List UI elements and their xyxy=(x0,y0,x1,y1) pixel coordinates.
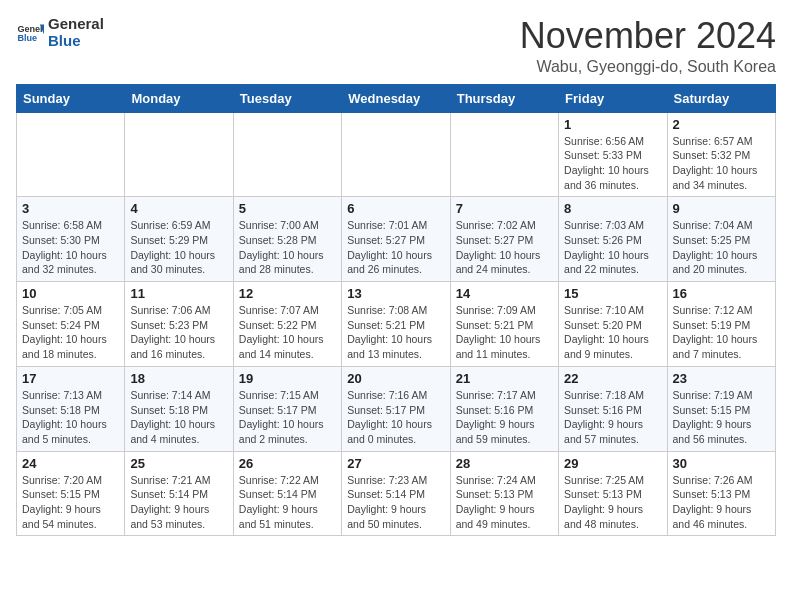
day-info: Sunrise: 6:58 AMSunset: 5:30 PMDaylight:… xyxy=(22,218,119,277)
calendar-cell-w1d5: 8Sunrise: 7:03 AMSunset: 5:26 PMDaylight… xyxy=(559,197,667,282)
calendar-week-0: 1Sunrise: 6:56 AMSunset: 5:33 PMDaylight… xyxy=(17,112,776,197)
calendar-cell-w4d4: 28Sunrise: 7:24 AMSunset: 5:13 PMDayligh… xyxy=(450,451,558,536)
day-number: 28 xyxy=(456,456,553,471)
day-number: 1 xyxy=(564,117,661,132)
day-number: 2 xyxy=(673,117,770,132)
calendar-cell-w4d0: 24Sunrise: 7:20 AMSunset: 5:15 PMDayligh… xyxy=(17,451,125,536)
day-info: Sunrise: 7:12 AMSunset: 5:19 PMDaylight:… xyxy=(673,303,770,362)
logo-blue: Blue xyxy=(48,33,104,50)
day-number: 30 xyxy=(673,456,770,471)
day-info: Sunrise: 7:15 AMSunset: 5:17 PMDaylight:… xyxy=(239,388,336,447)
header-saturday: Saturday xyxy=(667,84,775,112)
calendar-week-3: 17Sunrise: 7:13 AMSunset: 5:18 PMDayligh… xyxy=(17,366,776,451)
day-info: Sunrise: 7:18 AMSunset: 5:16 PMDaylight:… xyxy=(564,388,661,447)
calendar-cell-w1d4: 7Sunrise: 7:02 AMSunset: 5:27 PMDaylight… xyxy=(450,197,558,282)
header-sunday: Sunday xyxy=(17,84,125,112)
day-number: 24 xyxy=(22,456,119,471)
day-number: 17 xyxy=(22,371,119,386)
day-info: Sunrise: 7:05 AMSunset: 5:24 PMDaylight:… xyxy=(22,303,119,362)
day-number: 13 xyxy=(347,286,444,301)
day-info: Sunrise: 6:59 AMSunset: 5:29 PMDaylight:… xyxy=(130,218,227,277)
calendar-header-row: SundayMondayTuesdayWednesdayThursdayFrid… xyxy=(17,84,776,112)
logo: General Blue General Blue xyxy=(16,16,104,49)
day-number: 21 xyxy=(456,371,553,386)
day-number: 7 xyxy=(456,201,553,216)
calendar-cell-w3d5: 22Sunrise: 7:18 AMSunset: 5:16 PMDayligh… xyxy=(559,366,667,451)
day-info: Sunrise: 7:06 AMSunset: 5:23 PMDaylight:… xyxy=(130,303,227,362)
day-info: Sunrise: 7:20 AMSunset: 5:15 PMDaylight:… xyxy=(22,473,119,532)
day-info: Sunrise: 7:10 AMSunset: 5:20 PMDaylight:… xyxy=(564,303,661,362)
day-info: Sunrise: 7:01 AMSunset: 5:27 PMDaylight:… xyxy=(347,218,444,277)
day-number: 22 xyxy=(564,371,661,386)
day-info: Sunrise: 7:14 AMSunset: 5:18 PMDaylight:… xyxy=(130,388,227,447)
calendar-cell-w2d6: 16Sunrise: 7:12 AMSunset: 5:19 PMDayligh… xyxy=(667,282,775,367)
calendar-cell-w1d1: 4Sunrise: 6:59 AMSunset: 5:29 PMDaylight… xyxy=(125,197,233,282)
day-info: Sunrise: 7:21 AMSunset: 5:14 PMDaylight:… xyxy=(130,473,227,532)
day-number: 23 xyxy=(673,371,770,386)
day-info: Sunrise: 7:03 AMSunset: 5:26 PMDaylight:… xyxy=(564,218,661,277)
calendar-cell-w1d2: 5Sunrise: 7:00 AMSunset: 5:28 PMDaylight… xyxy=(233,197,341,282)
day-info: Sunrise: 7:16 AMSunset: 5:17 PMDaylight:… xyxy=(347,388,444,447)
day-number: 15 xyxy=(564,286,661,301)
day-number: 29 xyxy=(564,456,661,471)
day-number: 6 xyxy=(347,201,444,216)
location-subtitle: Wabu, Gyeonggi-do, South Korea xyxy=(520,58,776,76)
calendar-cell-w1d3: 6Sunrise: 7:01 AMSunset: 5:27 PMDaylight… xyxy=(342,197,450,282)
day-number: 9 xyxy=(673,201,770,216)
day-number: 4 xyxy=(130,201,227,216)
day-number: 12 xyxy=(239,286,336,301)
calendar-cell-w2d2: 12Sunrise: 7:07 AMSunset: 5:22 PMDayligh… xyxy=(233,282,341,367)
day-number: 3 xyxy=(22,201,119,216)
day-number: 5 xyxy=(239,201,336,216)
calendar-cell-w1d6: 9Sunrise: 7:04 AMSunset: 5:25 PMDaylight… xyxy=(667,197,775,282)
calendar-cell-w0d0 xyxy=(17,112,125,197)
calendar-cell-w3d6: 23Sunrise: 7:19 AMSunset: 5:15 PMDayligh… xyxy=(667,366,775,451)
calendar-table: SundayMondayTuesdayWednesdayThursdayFrid… xyxy=(16,84,776,537)
day-info: Sunrise: 7:08 AMSunset: 5:21 PMDaylight:… xyxy=(347,303,444,362)
day-info: Sunrise: 7:22 AMSunset: 5:14 PMDaylight:… xyxy=(239,473,336,532)
calendar-cell-w2d1: 11Sunrise: 7:06 AMSunset: 5:23 PMDayligh… xyxy=(125,282,233,367)
calendar-cell-w4d5: 29Sunrise: 7:25 AMSunset: 5:13 PMDayligh… xyxy=(559,451,667,536)
day-number: 25 xyxy=(130,456,227,471)
calendar-cell-w4d2: 26Sunrise: 7:22 AMSunset: 5:14 PMDayligh… xyxy=(233,451,341,536)
day-info: Sunrise: 6:57 AMSunset: 5:32 PMDaylight:… xyxy=(673,134,770,193)
day-number: 14 xyxy=(456,286,553,301)
calendar-cell-w2d0: 10Sunrise: 7:05 AMSunset: 5:24 PMDayligh… xyxy=(17,282,125,367)
day-number: 18 xyxy=(130,371,227,386)
calendar-cell-w2d5: 15Sunrise: 7:10 AMSunset: 5:20 PMDayligh… xyxy=(559,282,667,367)
calendar-cell-w0d6: 2Sunrise: 6:57 AMSunset: 5:32 PMDaylight… xyxy=(667,112,775,197)
month-title: November 2024 xyxy=(520,16,776,56)
calendar-cell-w0d2 xyxy=(233,112,341,197)
svg-text:General: General xyxy=(17,23,44,33)
calendar-week-4: 24Sunrise: 7:20 AMSunset: 5:15 PMDayligh… xyxy=(17,451,776,536)
day-info: Sunrise: 7:25 AMSunset: 5:13 PMDaylight:… xyxy=(564,473,661,532)
calendar-cell-w3d1: 18Sunrise: 7:14 AMSunset: 5:18 PMDayligh… xyxy=(125,366,233,451)
day-number: 8 xyxy=(564,201,661,216)
calendar-cell-w3d3: 20Sunrise: 7:16 AMSunset: 5:17 PMDayligh… xyxy=(342,366,450,451)
header-monday: Monday xyxy=(125,84,233,112)
calendar-cell-w2d3: 13Sunrise: 7:08 AMSunset: 5:21 PMDayligh… xyxy=(342,282,450,367)
day-info: Sunrise: 7:26 AMSunset: 5:13 PMDaylight:… xyxy=(673,473,770,532)
day-info: Sunrise: 7:17 AMSunset: 5:16 PMDaylight:… xyxy=(456,388,553,447)
calendar-cell-w0d3 xyxy=(342,112,450,197)
header-friday: Friday xyxy=(559,84,667,112)
day-info: Sunrise: 6:56 AMSunset: 5:33 PMDaylight:… xyxy=(564,134,661,193)
day-info: Sunrise: 7:04 AMSunset: 5:25 PMDaylight:… xyxy=(673,218,770,277)
calendar-week-2: 10Sunrise: 7:05 AMSunset: 5:24 PMDayligh… xyxy=(17,282,776,367)
day-number: 10 xyxy=(22,286,119,301)
calendar-cell-w3d0: 17Sunrise: 7:13 AMSunset: 5:18 PMDayligh… xyxy=(17,366,125,451)
header-thursday: Thursday xyxy=(450,84,558,112)
day-number: 19 xyxy=(239,371,336,386)
calendar-cell-w0d5: 1Sunrise: 6:56 AMSunset: 5:33 PMDaylight… xyxy=(559,112,667,197)
day-number: 27 xyxy=(347,456,444,471)
calendar-cell-w4d6: 30Sunrise: 7:26 AMSunset: 5:13 PMDayligh… xyxy=(667,451,775,536)
calendar-cell-w2d4: 14Sunrise: 7:09 AMSunset: 5:21 PMDayligh… xyxy=(450,282,558,367)
header-wednesday: Wednesday xyxy=(342,84,450,112)
day-number: 20 xyxy=(347,371,444,386)
calendar-cell-w4d3: 27Sunrise: 7:23 AMSunset: 5:14 PMDayligh… xyxy=(342,451,450,536)
day-info: Sunrise: 7:00 AMSunset: 5:28 PMDaylight:… xyxy=(239,218,336,277)
day-number: 11 xyxy=(130,286,227,301)
calendar-cell-w0d1 xyxy=(125,112,233,197)
day-number: 16 xyxy=(673,286,770,301)
day-number: 26 xyxy=(239,456,336,471)
